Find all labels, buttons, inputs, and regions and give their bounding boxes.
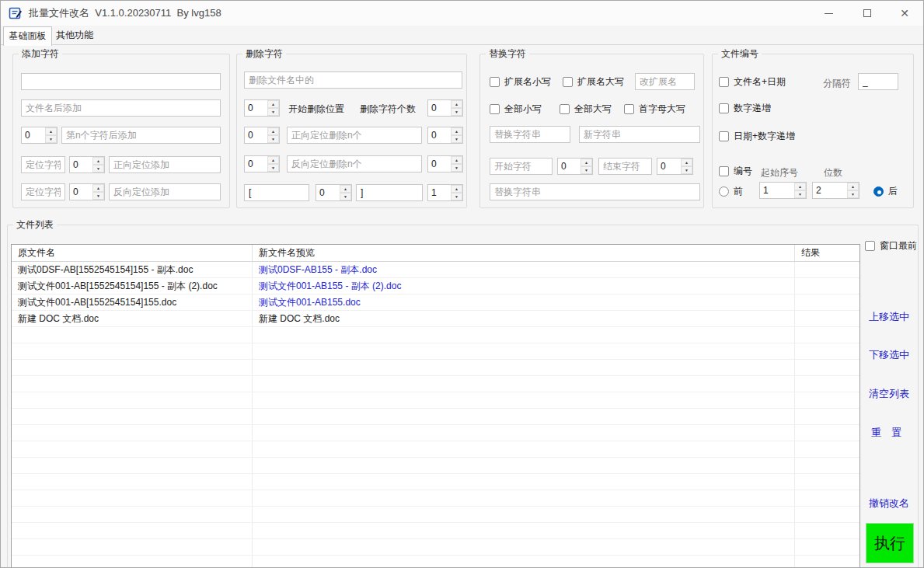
add-fwd-input[interactable] xyxy=(109,156,221,173)
replace-end-stepper[interactable]: ▲▼ xyxy=(657,158,693,175)
delete-fwd-count-value[interactable] xyxy=(428,127,451,143)
replace-end-input[interactable] xyxy=(598,158,652,175)
undo-rename-button[interactable]: 撤销改名 xyxy=(869,497,909,511)
delete-rev-pos-value[interactable] xyxy=(245,156,267,172)
move-up-button[interactable]: 上移选中 xyxy=(869,310,909,324)
delete-fwd-count-stepper[interactable]: ▲▼ xyxy=(427,127,463,144)
add-nth-input[interactable] xyxy=(61,127,221,144)
delete-contains-input[interactable] xyxy=(244,71,462,89)
spin-down-icon[interactable]: ▼ xyxy=(92,192,104,200)
spin-up-icon[interactable]: ▲ xyxy=(581,159,592,166)
delete-bracket-count-stepper[interactable]: ▲▼ xyxy=(427,184,463,201)
separator-input[interactable] xyxy=(858,73,898,90)
table-row[interactable] xyxy=(12,474,859,490)
add-fwd-value[interactable] xyxy=(70,157,92,172)
clear-list-button[interactable]: 清空列表 xyxy=(869,387,909,401)
checkbox-name-date[interactable]: 文件名+日期 xyxy=(719,75,786,89)
spin-down-icon[interactable]: ▼ xyxy=(451,135,462,143)
checkbox-ext-uppercase[interactable]: 扩展名大写 xyxy=(563,75,624,89)
delete-start-stepper[interactable]: ▲▼ xyxy=(244,99,280,117)
replace-end-value[interactable] xyxy=(657,159,681,174)
tab-other-functions[interactable]: 其他功能 xyxy=(52,26,97,45)
delete-rev-count-value[interactable] xyxy=(428,156,451,172)
checkbox-window-topmost[interactable]: 窗口最前 xyxy=(865,239,917,253)
spin-up-icon[interactable]: ▲ xyxy=(267,100,279,108)
spin-down-icon[interactable]: ▼ xyxy=(451,108,462,116)
table-row[interactable] xyxy=(12,539,859,556)
delete-fwd-input[interactable] xyxy=(287,127,422,144)
add-rev-input[interactable] xyxy=(109,183,221,200)
spin-down-icon[interactable]: ▼ xyxy=(267,135,279,143)
spin-down-icon[interactable]: ▼ xyxy=(794,190,806,198)
delete-bracket-count-value[interactable] xyxy=(428,185,451,200)
table-row[interactable] xyxy=(12,490,859,507)
start-seq-value[interactable] xyxy=(760,183,794,198)
minimize-button[interactable] xyxy=(811,1,846,26)
spin-down-icon[interactable]: ▼ xyxy=(847,190,859,198)
checkbox-number-increment[interactable]: 数字递增 xyxy=(719,102,771,115)
delete-rev-pos-stepper[interactable]: ▲▼ xyxy=(244,155,280,172)
radio-prefix[interactable]: 前 xyxy=(719,185,743,198)
table-row[interactable] xyxy=(12,523,859,539)
digits-stepper[interactable]: ▲▼ xyxy=(812,182,859,199)
table-row[interactable] xyxy=(12,441,859,458)
checkbox-all-lowercase[interactable]: 全部小写 xyxy=(490,103,542,116)
spin-up-icon[interactable]: ▲ xyxy=(847,183,859,190)
add-append-input[interactable] xyxy=(21,99,221,117)
checkbox-first-uppercase[interactable]: 首字母大写 xyxy=(624,103,685,116)
add-fwd-anchor-input[interactable] xyxy=(21,156,65,173)
delete-rev-count-stepper[interactable]: ▲▼ xyxy=(427,155,463,172)
spin-down-icon[interactable]: ▼ xyxy=(45,135,57,143)
add-text-input[interactable] xyxy=(21,73,221,90)
close-button[interactable]: ✕ xyxy=(887,1,922,26)
digits-value[interactable] xyxy=(813,183,847,198)
spin-down-icon[interactable]: ▼ xyxy=(581,166,592,174)
delete-start-value[interactable] xyxy=(245,100,267,116)
spin-down-icon[interactable]: ▼ xyxy=(681,166,692,174)
spin-up-icon[interactable]: ▲ xyxy=(92,184,104,192)
delete-rev-input[interactable] xyxy=(287,155,422,172)
spin-down-icon[interactable]: ▼ xyxy=(267,108,279,116)
table-row[interactable] xyxy=(12,376,859,392)
column-header-result[interactable]: 结果 xyxy=(795,245,860,261)
table-row[interactable] xyxy=(12,507,859,523)
radio-suffix[interactable]: 后 xyxy=(873,185,898,198)
spin-up-icon[interactable]: ▲ xyxy=(340,185,351,193)
delete-fwd-pos-value[interactable] xyxy=(245,127,267,143)
file-table[interactable]: 原文件名 新文件名预览 结果 测试0DSF-AB[1552545154]155 … xyxy=(11,244,860,568)
replace-range-input[interactable] xyxy=(490,183,700,200)
delete-bracket-open-input[interactable] xyxy=(244,184,309,201)
reset-button[interactable]: 重 置 xyxy=(871,426,901,440)
checkbox-numbering[interactable]: 编号 xyxy=(719,165,752,178)
delete-bracket-close-input[interactable] xyxy=(356,184,423,201)
tab-basic-panel[interactable]: 基础面板 xyxy=(3,26,52,46)
replace-start-stepper[interactable]: ▲▼ xyxy=(557,158,593,175)
checkbox-date-increment[interactable]: 日期+数字递增 xyxy=(719,130,795,143)
maximize-button[interactable] xyxy=(849,1,885,26)
add-rev-stepper[interactable]: ▲▼ xyxy=(69,183,105,200)
spin-up-icon[interactable]: ▲ xyxy=(92,157,104,165)
move-down-button[interactable]: 下移选中 xyxy=(869,348,909,362)
spin-down-icon[interactable]: ▼ xyxy=(451,164,462,172)
delete-bracket-num-value[interactable] xyxy=(316,185,340,200)
column-header-old-name[interactable]: 原文件名 xyxy=(12,245,253,261)
file-table-header[interactable]: 原文件名 新文件名预览 结果 xyxy=(12,245,859,262)
spin-up-icon[interactable]: ▲ xyxy=(267,156,279,164)
table-row[interactable]: 新建 DOC 文档.doc 新建 DOC 文档.doc xyxy=(12,311,859,327)
spin-up-icon[interactable]: ▲ xyxy=(681,159,692,166)
table-row[interactable] xyxy=(12,458,859,474)
replace-ext-input[interactable] xyxy=(635,73,695,90)
checkbox-ext-lowercase[interactable]: 扩展名小写 xyxy=(490,75,551,89)
spin-up-icon[interactable]: ▲ xyxy=(451,127,462,135)
table-row[interactable]: 测试文件001-AB[1552545154]155.doc 测试文件001-AB… xyxy=(12,294,859,311)
spin-down-icon[interactable]: ▼ xyxy=(451,193,462,200)
delete-fwd-pos-stepper[interactable]: ▲▼ xyxy=(244,127,280,144)
add-rev-value[interactable] xyxy=(70,184,92,200)
delete-count-value[interactable] xyxy=(428,100,451,116)
table-row[interactable] xyxy=(12,409,859,425)
spin-down-icon[interactable]: ▼ xyxy=(92,165,104,172)
spin-up-icon[interactable]: ▲ xyxy=(794,183,806,190)
spin-up-icon[interactable]: ▲ xyxy=(45,127,57,135)
delete-count-stepper[interactable]: ▲▼ xyxy=(427,99,463,117)
delete-bracket-num-stepper[interactable]: ▲▼ xyxy=(316,184,352,201)
